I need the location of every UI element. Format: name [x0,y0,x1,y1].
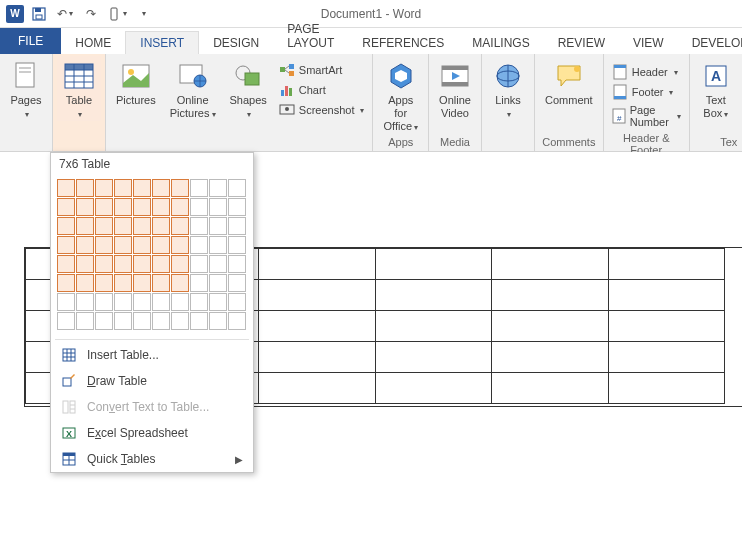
customize-qat-button[interactable]: ▾ [132,3,154,25]
grid-cell[interactable] [171,198,189,216]
grid-cell[interactable] [57,274,75,292]
grid-cell[interactable] [152,217,170,235]
table-cell[interactable] [375,280,492,311]
grid-cell[interactable] [190,179,208,197]
grid-cell[interactable] [190,255,208,273]
grid-cell[interactable] [152,312,170,330]
grid-cell[interactable] [95,255,113,273]
table-cell[interactable] [492,249,609,280]
tab-design[interactable]: DESIGN [199,32,273,54]
grid-cell[interactable] [114,312,132,330]
grid-cell[interactable] [228,179,246,197]
text-box-button[interactable]: A Text Box▾ [694,56,738,121]
grid-cell[interactable] [190,274,208,292]
grid-cell[interactable] [57,198,75,216]
grid-cell[interactable] [190,236,208,254]
grid-cell[interactable] [171,236,189,254]
table-cell[interactable] [608,311,725,342]
grid-cell[interactable] [95,236,113,254]
header-button[interactable]: Header▾ [608,62,685,82]
grid-cell[interactable] [171,255,189,273]
grid-cell[interactable] [95,198,113,216]
grid-cell[interactable] [95,179,113,197]
menu-quick-tables[interactable]: Quick Tables ▶ [51,446,253,472]
grid-cell[interactable] [95,217,113,235]
table-cell[interactable] [259,280,376,311]
grid-cell[interactable] [152,198,170,216]
grid-cell[interactable] [209,217,227,235]
grid-cell[interactable] [171,217,189,235]
tab-view[interactable]: VIEW [619,32,678,54]
comment-button[interactable]: Comment [539,56,599,107]
grid-cell[interactable] [114,255,132,273]
grid-cell[interactable] [114,217,132,235]
grid-cell[interactable] [228,274,246,292]
grid-cell[interactable] [133,312,151,330]
grid-cell[interactable] [76,179,94,197]
grid-cell[interactable] [57,179,75,197]
table-cell[interactable] [375,373,492,404]
grid-cell[interactable] [152,293,170,311]
undo-button[interactable]: ↶▾ [54,3,76,25]
grid-cell[interactable] [209,236,227,254]
grid-cell[interactable] [171,312,189,330]
grid-cell[interactable] [95,274,113,292]
menu-insert-table[interactable]: Insert Table... [51,342,253,368]
online-video-button[interactable]: Online Video [433,56,477,120]
redo-button[interactable]: ↷ [80,3,102,25]
grid-cell[interactable] [133,255,151,273]
table-cell[interactable] [492,280,609,311]
grid-cell[interactable] [114,198,132,216]
grid-cell[interactable] [190,217,208,235]
page-number-button[interactable]: #Page Number▾ [608,102,685,130]
table-grid-picker[interactable] [51,175,253,337]
grid-cell[interactable] [190,198,208,216]
grid-cell[interactable] [133,198,151,216]
save-button[interactable] [28,3,50,25]
grid-cell[interactable] [209,179,227,197]
table-cell[interactable] [492,373,609,404]
table-cell[interactable] [608,249,725,280]
grid-cell[interactable] [76,293,94,311]
grid-cell[interactable] [190,293,208,311]
smartart-button[interactable]: SmartArt [275,60,369,80]
menu-excel-spreadsheet[interactable]: X Excel Spreadsheet [51,420,253,446]
grid-cell[interactable] [209,293,227,311]
grid-cell[interactable] [152,274,170,292]
grid-cell[interactable] [133,236,151,254]
grid-cell[interactable] [76,255,94,273]
grid-cell[interactable] [209,312,227,330]
tab-review[interactable]: REVIEW [544,32,619,54]
table-cell[interactable] [259,342,376,373]
table-cell[interactable] [492,342,609,373]
screenshot-button[interactable]: Screenshot▾ [275,100,369,120]
grid-cell[interactable] [209,274,227,292]
touch-mode-button[interactable]: ▾ [106,3,128,25]
tab-developer[interactable]: DEVELOPER [678,32,742,54]
grid-cell[interactable] [57,312,75,330]
grid-cell[interactable] [228,198,246,216]
apps-for-office-button[interactable]: Apps for Office▾ [377,56,424,134]
footer-button[interactable]: Footer▾ [608,82,685,102]
grid-cell[interactable] [133,217,151,235]
menu-draw-table[interactable]: Draw Table [51,368,253,394]
chart-button[interactable]: Chart [275,80,369,100]
grid-cell[interactable] [228,293,246,311]
grid-cell[interactable] [152,179,170,197]
grid-cell[interactable] [57,293,75,311]
grid-cell[interactable] [76,236,94,254]
grid-cell[interactable] [133,179,151,197]
grid-cell[interactable] [228,217,246,235]
tab-insert[interactable]: INSERT [125,31,199,54]
tab-references[interactable]: REFERENCES [348,32,458,54]
table-cell[interactable] [375,249,492,280]
table-cell[interactable] [608,373,725,404]
grid-cell[interactable] [95,312,113,330]
table-cell[interactable] [259,373,376,404]
tab-home[interactable]: HOME [61,32,125,54]
grid-cell[interactable] [114,236,132,254]
grid-cell[interactable] [190,312,208,330]
grid-cell[interactable] [209,255,227,273]
grid-cell[interactable] [171,293,189,311]
grid-cell[interactable] [76,217,94,235]
